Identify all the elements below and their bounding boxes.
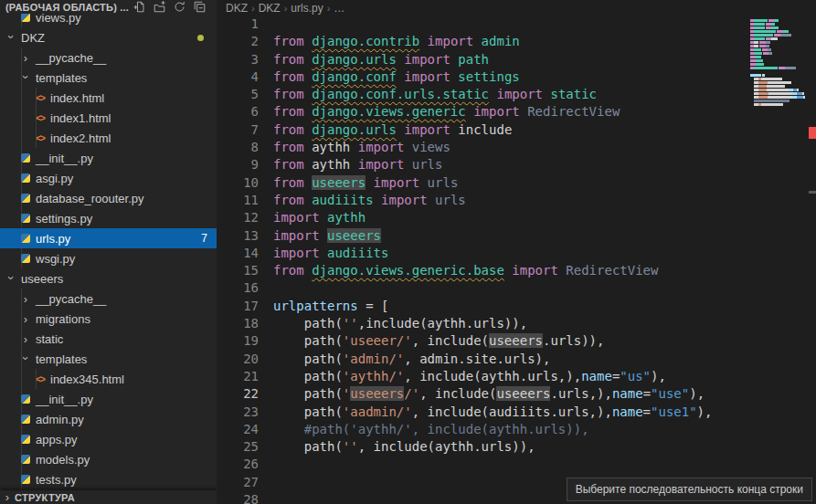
tree-file-asgi.py[interactable]: asgi.py — [0, 168, 217, 188]
code-line-20[interactable]: 20 path('admin/', admin.site.urls), — [217, 351, 816, 368]
minimap[interactable] — [750, 16, 809, 118]
tree-file-database_roouter.py[interactable]: database_roouter.py — [0, 188, 217, 208]
code-line-3[interactable]: 3from django.urls import path — [217, 51, 816, 68]
code-line-24[interactable]: 24 #path('aythh/', include(aythh.urls)), — [217, 421, 816, 438]
line-text: import audiiits — [273, 245, 388, 262]
line-text: from django.contrib import admin — [273, 33, 520, 50]
breadcrumb-item[interactable]: DKZ — [226, 2, 248, 15]
refresh-icon[interactable] — [174, 1, 185, 13]
line-number: 10 — [217, 174, 259, 192]
line-number: 27 — [217, 474, 259, 491]
code-line-19[interactable]: 19 path('useeer/', include(useeers.urls)… — [217, 332, 816, 350]
chevron-collapsed-icon: › — [0, 490, 15, 504]
tree-item-label: urls.py — [33, 232, 70, 246]
tree-folder-DKZ[interactable]: ›DKZ — [0, 27, 217, 47]
html-file-icon: <> — [33, 133, 48, 143]
line-text: from useeers import urls — [273, 174, 458, 192]
tree-file-index345.html[interactable]: <>index345.html — [0, 369, 217, 389]
tree-item-label: __pycache__ — [33, 292, 106, 306]
code-line-22[interactable]: 22 path('useeers/', include(useeers.urls… — [217, 385, 816, 403]
workspace-title: (РАБОЧАЯ ОБЛАСТЬ) ... — [5, 2, 133, 13]
line-number: 17 — [217, 298, 259, 315]
breadcrumb-item[interactable]: DKZ — [259, 2, 281, 15]
tree-file-wsgi.py[interactable]: wsgi.py — [0, 248, 217, 268]
tree-file-index2.html[interactable]: <>index2.html — [0, 128, 217, 148]
editor-pane: DKZ›DKZ›urls.py›… 12from django.contrib … — [217, 0, 816, 504]
code-line-23[interactable]: 23 path('aadmin/', include(audiiits.urls… — [217, 404, 816, 421]
tree-folder-migrations[interactable]: ›migrations — [0, 309, 217, 329]
line-number: 25 — [217, 438, 259, 456]
code-area: 12from django.contrib import admin3from … — [217, 16, 816, 504]
line-text: path('aythh/', include(aythh.urls,),name… — [273, 368, 666, 385]
tree-item-label: useeers — [18, 272, 63, 286]
python-file-icon — [18, 415, 33, 424]
breadcrumb-item[interactable]: … — [334, 2, 344, 15]
explorer-section-header: (РАБОЧАЯ ОБЛАСТЬ) ... — [0, 0, 217, 14]
code-line-12[interactable]: 12import aythh — [217, 209, 816, 226]
code-line-10[interactable]: 10from useeers import urls — [217, 174, 816, 192]
tree-item-label: tests.py — [33, 473, 77, 487]
line-number: 15 — [217, 262, 259, 279]
code-line-21[interactable]: 21 path('aythh/', include(aythh.urls,),n… — [217, 368, 816, 385]
tree-file-settings.py[interactable]: settings.py — [0, 208, 217, 228]
collapse-all-icon[interactable] — [194, 1, 206, 13]
line-text: from aythh import urls — [273, 156, 442, 173]
overview-ruler[interactable] — [809, 0, 816, 504]
line-number: 3 — [217, 51, 259, 68]
explorer-sidebar: views.py›DKZ›__pycache__›templates<>inde… — [0, 0, 217, 504]
new-file-icon[interactable] — [133, 1, 145, 13]
line-text: from audiiits import urls — [273, 192, 466, 209]
code-line-11[interactable]: 11from audiiits import urls — [217, 192, 816, 209]
line-text: #path('aythh/', include(aythh.urls)), — [273, 421, 589, 438]
tree-file-tests.py[interactable]: tests.py — [0, 469, 217, 489]
tree-folder-__pycache__[interactable]: ›__pycache__ — [0, 47, 217, 68]
line-number: 9 — [217, 156, 259, 173]
outline-section-header[interactable]: › СТРУКТУРА — [0, 490, 217, 504]
code-line-8[interactable]: 8from aythh import views — [217, 139, 816, 156]
code-line-25[interactable]: 25 path('', include(aythh.urls)), — [217, 438, 816, 456]
tree-item-label: models.py — [33, 453, 90, 467]
new-folder-icon[interactable] — [154, 1, 165, 13]
code-line-14[interactable]: 14import audiiits — [217, 245, 816, 262]
tree-file-admin.py[interactable]: admin.py — [0, 409, 217, 429]
code-line-4[interactable]: 4from django.conf import settings — [217, 68, 816, 86]
code-line-26[interactable]: 26 — [217, 456, 816, 473]
vscode-window: views.py›DKZ›__pycache__›templates<>inde… — [0, 0, 816, 504]
tree-folder-__pycache__[interactable]: ›__pycache__ — [0, 289, 217, 309]
line-number: 21 — [217, 368, 259, 385]
code-line-16[interactable]: 16 — [217, 279, 816, 297]
tree-file-index1.html[interactable]: <>index1.html — [0, 108, 217, 128]
chevron-expanded-icon: › — [5, 29, 18, 44]
chevron-collapsed-icon: › — [18, 51, 33, 65]
python-file-icon — [18, 394, 33, 404]
tree-file-__init__.py[interactable]: __init__.py — [0, 148, 217, 168]
breadcrumb-item[interactable]: urls.py — [291, 2, 323, 15]
code-line-7[interactable]: 7from django.urls import include — [217, 121, 816, 139]
tree-folder-useeers[interactable]: ›useeers — [0, 268, 217, 289]
tree-folder-static[interactable]: ›static — [0, 329, 217, 349]
code-line-2[interactable]: 2from django.contrib import admin — [217, 33, 816, 50]
code-line-13[interactable]: 13import useeers — [217, 227, 816, 245]
tree-file-apps.py[interactable]: apps.py — [0, 429, 217, 449]
line-text: path('useeers/', include(useeers.urls,),… — [273, 385, 705, 403]
tree-file-__init__.py[interactable]: __init__.py — [0, 389, 217, 409]
tree-folder-templates[interactable]: ›templates — [0, 68, 217, 88]
tree-folder-templates[interactable]: ›templates — [0, 349, 217, 369]
code-line-1[interactable]: 1 — [217, 16, 816, 33]
line-number: 6 — [217, 103, 259, 121]
ruler-info-marker — [809, 191, 816, 194]
tree-item-label: __init__.py — [33, 393, 93, 406]
line-text: from django.views.generic import Redirec… — [273, 103, 620, 121]
code-line-17[interactable]: 17urlpatterns = [ — [217, 298, 816, 315]
tree-file-models.py[interactable]: models.py — [0, 449, 217, 469]
ruler-error-marker — [809, 127, 816, 139]
code-line-18[interactable]: 18 path('',include(aythh.urls)), — [217, 315, 816, 332]
tree-file-urls.py[interactable]: urls.py7 — [0, 228, 217, 248]
line-number: 23 — [217, 404, 259, 421]
code-line-9[interactable]: 9from aythh import urls — [217, 156, 816, 173]
tree-file-index.html[interactable]: <>index.html — [0, 88, 217, 108]
code-line-5[interactable]: 5from django.conf.urls.static import sta… — [217, 86, 816, 103]
tree-item-label: apps.py — [33, 433, 78, 446]
code-line-15[interactable]: 15from django.views.generic.base import … — [217, 262, 816, 279]
code-line-6[interactable]: 6from django.views.generic import Redire… — [217, 103, 816, 121]
